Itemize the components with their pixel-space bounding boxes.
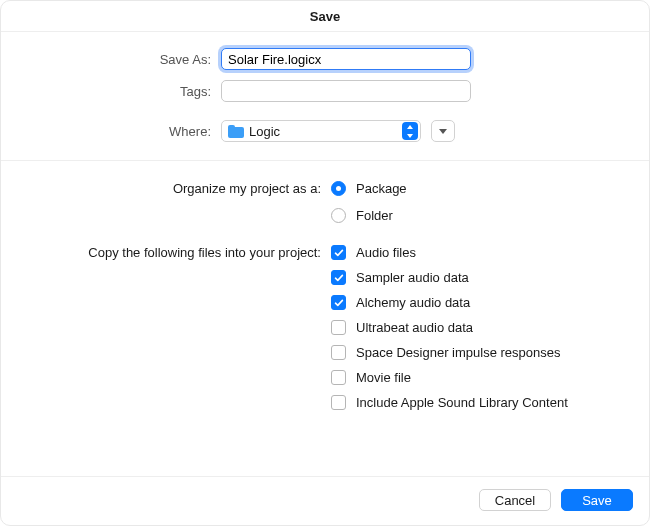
chevron-down-icon [439,129,447,134]
copy-item-6-label: Include Apple Sound Library Content [356,395,568,410]
copy-row-4: . Space Designer impulse responses [1,345,649,360]
copy-row-3: . Ultrabeat audio data [1,320,649,335]
organize-package-row: Organize my project as a: Package [1,181,649,196]
folder-icon [228,125,244,138]
copy-row-0: Copy the following files into your proje… [1,245,649,260]
organize-radio-package[interactable] [331,181,346,196]
organize-radio-folder[interactable] [331,208,346,223]
copy-row-6: . Include Apple Sound Library Content [1,395,649,410]
copy-checkbox-space-designer[interactable] [331,345,346,360]
copy-item-2-label: Alchemy audio data [356,295,470,310]
tags-row: Tags: [1,80,649,102]
where-label: Where: [1,124,211,139]
copy-row-2: . Alchemy audio data [1,295,649,310]
where-stepper-icon [402,122,418,140]
dialog-title: Save [1,1,649,32]
copy-item-0-label: Audio files [356,245,416,260]
copy-item-3-label: Ultrabeat audio data [356,320,473,335]
where-select[interactable]: Logic [221,120,421,142]
copy-checkbox-sampler[interactable] [331,270,346,285]
tags-input[interactable] [221,80,471,102]
copy-checkbox-alchemy[interactable] [331,295,346,310]
dialog-body: Save As: Tags: Where: Logic [1,32,649,476]
copy-row-1: . Sampler audio data [1,270,649,285]
copy-checkbox-movie[interactable] [331,370,346,385]
dialog-footer: Cancel Save [1,476,649,525]
copy-row-5: . Movie file [1,370,649,385]
organize-label: Organize my project as a: [1,181,321,196]
organize-folder-row: . Folder [1,208,649,223]
options-section: Organize my project as a: Package . Fold… [1,161,649,432]
copy-checkbox-sound-library[interactable] [331,395,346,410]
file-fields-section: Save As: Tags: Where: Logic [1,32,649,161]
copy-checkbox-audio-files[interactable] [331,245,346,260]
organize-folder-label: Folder [356,208,393,223]
organize-package-label: Package [356,181,407,196]
copy-item-1-label: Sampler audio data [356,270,469,285]
save-as-row: Save As: [1,48,649,70]
expand-browser-button[interactable] [431,120,455,142]
save-as-input[interactable] [221,48,471,70]
copy-item-5-label: Movie file [356,370,411,385]
copy-checkbox-ultrabeat[interactable] [331,320,346,335]
cancel-button[interactable]: Cancel [479,489,551,511]
save-as-label: Save As: [1,52,211,67]
save-button[interactable]: Save [561,489,633,511]
tags-label: Tags: [1,84,211,99]
copy-label: Copy the following files into your proje… [1,245,321,260]
copy-item-4-label: Space Designer impulse responses [356,345,561,360]
where-row: Where: Logic [1,120,649,142]
where-value: Logic [249,124,397,139]
